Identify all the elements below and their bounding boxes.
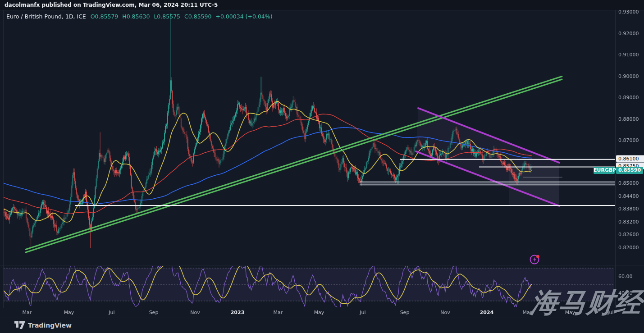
symbol-title: Euro / British Pound, 1D, ICE bbox=[6, 13, 86, 20]
chart-legend: Euro / British Pound, 1D, ICEO0.85579H0.… bbox=[6, 13, 273, 20]
legend-ohlc-item: C0.85590 bbox=[184, 13, 211, 20]
legend-ohlc-item: H0.85630 bbox=[122, 13, 150, 20]
time-tick-label: 2024 bbox=[480, 310, 494, 315]
legend-ohlc-item: O0.85579 bbox=[91, 13, 119, 20]
time-tick-label: May bbox=[64, 310, 74, 315]
price-tick-label: 0.83800 bbox=[618, 206, 639, 212]
publish-header: dacolmanfx published on TradingView.com,… bbox=[0, 0, 644, 10]
tradingview-snapshot: dacolmanfx published on TradingView.com,… bbox=[0, 0, 644, 333]
price-tick-label: 0.89000 bbox=[618, 95, 639, 100]
time-tick-label: Mar bbox=[274, 310, 283, 315]
lightning-button[interactable] bbox=[529, 254, 540, 265]
time-tick-label: Sep bbox=[400, 310, 410, 315]
tradingview-logo-icon[interactable] bbox=[14, 321, 25, 329]
symbol-badge: EURGBP bbox=[594, 167, 615, 174]
price-tick-label: 0.87000 bbox=[618, 137, 639, 143]
price-level-badge: 0.86100 bbox=[616, 155, 644, 162]
price-tick-label: 0.93000 bbox=[618, 9, 639, 15]
lightning-icon bbox=[529, 254, 540, 265]
tradingview-brand-text[interactable]: TradingView bbox=[28, 322, 72, 329]
time-tick-label: 2023 bbox=[231, 310, 245, 315]
price-tick-label: 0.82000 bbox=[618, 244, 639, 250]
chart-canvas[interactable] bbox=[0, 0, 644, 333]
publish-header-text: dacolmanfx published on TradingView.com,… bbox=[5, 2, 218, 8]
legend-ohlc-item: L0.85575 bbox=[154, 13, 180, 20]
time-tick-label: Nov bbox=[440, 310, 450, 315]
time-tick-label: Nov bbox=[190, 310, 200, 315]
price-tick-label: 0.85000 bbox=[618, 180, 639, 186]
time-axis[interactable]: MarMayJulSepNov2023MarMayJulSepNov2024Ma… bbox=[0, 308, 615, 317]
price-tick-label: 0.91000 bbox=[618, 52, 639, 58]
price-tick-label: 0.83200 bbox=[618, 219, 639, 224]
last-price-badge: 0.85590 bbox=[616, 167, 643, 174]
time-tick-label: Jul bbox=[109, 310, 114, 315]
ohlc-values: O0.85579H0.85630L0.85575C0.85590 bbox=[91, 13, 216, 20]
price-tick-label: 0.90000 bbox=[618, 73, 639, 79]
time-tick-label: May bbox=[314, 310, 324, 315]
price-tick-label: 0.92000 bbox=[618, 30, 639, 36]
time-tick-label: Mar bbox=[23, 310, 32, 315]
price-tick-label: 0.84400 bbox=[618, 193, 639, 199]
price-axis[interactable]: 0.930000.920000.910000.900000.890000.880… bbox=[616, 10, 644, 308]
change-value: +0.00034 (+0.04%) bbox=[215, 13, 272, 20]
time-tick-label: Sep bbox=[149, 310, 159, 315]
time-tick-label: Jul bbox=[360, 310, 365, 315]
watermark-cn: 海马财经 bbox=[529, 285, 644, 321]
rsi-tick-label: 60.00 bbox=[618, 274, 633, 279]
price-tick-label: 0.82600 bbox=[618, 232, 639, 237]
price-tick-label: 0.88000 bbox=[618, 116, 639, 122]
footer-bar: TradingView bbox=[0, 318, 644, 333]
